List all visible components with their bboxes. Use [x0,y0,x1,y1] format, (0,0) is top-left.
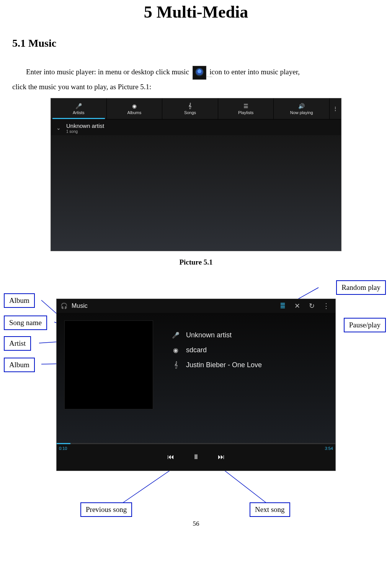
next-button[interactable]: ⏭ [217,453,225,461]
artist-text: Unknown artist [186,331,232,339]
treble-clef-icon: 𝄞 [172,361,180,368]
tab-label: Now playing [290,110,313,115]
chapter-title: 5 Multi-Media [12,2,380,22]
treble-clef-icon: 𝄞 [186,103,193,110]
tab-artists[interactable]: 🎤 Artists [51,98,107,119]
time-total: 3:54 [325,446,333,451]
album-art[interactable] [64,320,153,409]
headphones-icon: 🎧 [60,302,68,309]
info-row-song: 𝄞 Justin Bieber - One Love [172,361,328,369]
app-title: Music [72,302,273,309]
repeat-icon[interactable]: ↻ [306,302,317,310]
tab-songs[interactable]: 𝄞 Songs [162,98,218,119]
microphone-icon: 🎤 [172,332,180,339]
overflow-menu[interactable]: ⋮ [330,98,341,119]
player-bottom-bar: 0:10 3:54 ⏮ ⏸ ⏭ [57,443,335,471]
figure-5-1-screenshot: 🎤 Artists ◉ Albums 𝄞 Songs ☰ Playlists 🔊… [51,98,341,251]
disc-icon: ◉ [172,347,180,354]
previous-button[interactable]: ⏮ [167,453,175,461]
time-elapsed: 0:10 [59,446,67,451]
disc-icon: ◉ [131,103,138,110]
intro-text-1a: Enter into music player: in menu or desk… [26,68,191,76]
music-app-icon [193,66,206,80]
tab-label: Albums [127,110,142,115]
chevron-down-icon: ⌄ [56,125,61,131]
figure-5-2-wrap: Album Song name Artist Album Random play… [12,278,380,515]
now-playing-content: 🎤 Unknown artist ◉ sdcard 𝄞 Justin Biebe… [57,313,335,443]
callout-previous-song: Previous song [80,502,132,517]
song-text: Justin Bieber - One Love [186,361,262,369]
callout-artist: Artist [4,336,31,351]
list-icon: ☰ [242,103,249,110]
microphone-icon: 🎤 [75,103,82,110]
tab-label: Songs [184,110,196,115]
page-number: 56 [0,520,392,528]
figure-5-1-caption: Picture 5.1 [12,258,380,266]
empty-list-area [51,135,341,251]
callout-album-bottom: Album [4,358,35,372]
intro-line2: click the music you want to play, as Pic… [12,80,380,94]
tab-now-playing[interactable]: 🔊 Now playing [274,98,330,119]
progress-bar[interactable] [57,443,335,444]
overflow-icon[interactable]: ⋮ [321,302,332,310]
artist-song-count: 1 song [66,129,104,134]
intro-text-1b: icon to enter into music player, [209,68,300,76]
tab-playlists[interactable]: ☰ Playlists [218,98,274,119]
intro-paragraph: Enter into music player: in menu or desk… [12,65,380,80]
tab-label: Playlists [238,110,253,115]
section-title: 5.1 Music [12,37,380,49]
callout-song-name: Song name [4,316,47,330]
artist-list-item[interactable]: ⌄ Unknown artist 1 song [51,119,341,137]
progress-fill [57,443,70,444]
queue-icon[interactable]: ≣ [277,302,288,310]
now-playing-topbar: 🎧 Music ≣ ✕ ↻ ⋮ [57,299,335,313]
callout-random-play: Random play [336,280,386,295]
info-row-album: ◉ sdcard [172,346,328,354]
album-text: sdcard [186,346,207,354]
music-tabs: 🎤 Artists ◉ Albums 𝄞 Songs ☰ Playlists 🔊… [51,98,341,119]
now-playing-info: 🎤 Unknown artist ◉ sdcard 𝄞 Justin Biebe… [172,324,328,376]
callout-pause-play: Pause/play [344,318,386,332]
speaker-icon: 🔊 [298,103,305,110]
tab-label: Artists [73,110,85,115]
callout-album-top: Album [4,293,35,308]
more-icon: ⋮ [332,105,339,112]
shuffle-icon[interactable]: ✕ [292,302,302,310]
artist-name: Unknown artist [66,123,104,129]
callout-next-song: Next song [250,502,290,517]
info-row-artist: 🎤 Unknown artist [172,331,328,339]
play-pause-button[interactable]: ⏸ [192,453,200,461]
player-controls: ⏮ ⏸ ⏭ [57,453,335,461]
tab-albums[interactable]: ◉ Albums [107,98,163,119]
figure-5-2-screenshot: 🎧 Music ≣ ✕ ↻ ⋮ 🎤 Unknown artist ◉ sdcar… [56,299,336,471]
